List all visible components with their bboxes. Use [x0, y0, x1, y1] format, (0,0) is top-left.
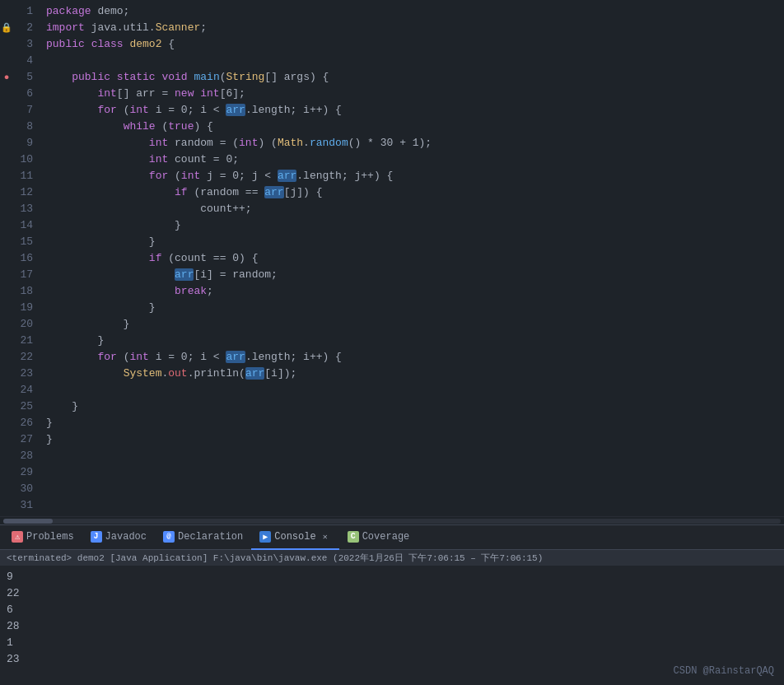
line-number: 9: [13, 135, 43, 151]
line-number: 14: [13, 217, 43, 234]
code-token: int: [149, 137, 168, 149]
code-token: [110, 71, 117, 83]
editor-area: 1package demo;🔒2import java.util.Scanner…: [0, 0, 784, 524]
code-token: [] args) {: [264, 71, 329, 83]
line-number: 30: [13, 481, 43, 497]
line-number: 22: [13, 349, 43, 366]
code-line: 11 for (int j = 0; j < arr.length; j++) …: [0, 168, 784, 184]
line-content: count++;: [43, 201, 784, 217]
line-number: 28: [13, 448, 43, 464]
code-token: .println(: [188, 367, 245, 380]
code-token: new: [175, 87, 194, 100]
code-token: {: [161, 38, 175, 50]
line-icon: 🔒: [0, 20, 13, 36]
tab-javadoc[interactable]: JJavadoc: [82, 525, 155, 550]
code-token: ) {: [194, 120, 212, 133]
line-number: 2: [13, 20, 43, 36]
code-token: int: [181, 170, 200, 182]
line-content: public static void main(String[] args) {: [43, 69, 784, 86]
declaration-tab-icon: @: [163, 531, 175, 543]
watermark: CSDN @RainstarQAQ: [674, 665, 774, 677]
code-container: 1package demo;🔒2import java.util.Scanner…: [0, 0, 784, 516]
code-token: [46, 186, 175, 198]
code-token: }: [46, 235, 156, 248]
line-number: 16: [13, 250, 43, 267]
line-number: 20: [13, 316, 43, 333]
line-number: 1: [13, 3, 43, 20]
line-number: 13: [13, 201, 43, 217]
code-token: random: [310, 137, 348, 149]
code-line: 1package demo;: [0, 3, 784, 20]
code-token: }: [46, 301, 156, 314]
code-line: 22 for (int i = 0; i < arr.length; i++) …: [0, 349, 784, 366]
line-number: 31: [13, 497, 43, 514]
line-content: }: [43, 234, 784, 250]
line-number: 21: [13, 333, 43, 349]
code-token: [j]) {: [284, 186, 323, 198]
console-tab-close[interactable]: ✕: [320, 531, 331, 543]
code-token: (: [117, 104, 130, 116]
line-number: 29: [13, 464, 43, 481]
line-number: 25: [13, 398, 43, 415]
line-content: }: [43, 333, 784, 349]
line-number: 18: [13, 283, 43, 300]
horizontal-scrollbar[interactable]: [0, 516, 784, 524]
tab-problems[interactable]: ⚠Problems: [3, 525, 82, 550]
code-token: .: [303, 137, 310, 149]
code-line: 18 break;: [0, 283, 784, 300]
console-line: 9: [7, 569, 777, 585]
code-line: 12 if (random == arr[j]) {: [0, 184, 784, 201]
console-line: 28: [7, 618, 777, 635]
code-token: arr: [175, 268, 194, 281]
code-token: [46, 285, 175, 297]
problems-tab-icon: ⚠: [12, 531, 23, 543]
tab-coverage[interactable]: CCoverage: [339, 525, 418, 550]
line-number: 3: [13, 36, 43, 53]
line-content: if (count == 0) {: [43, 250, 784, 267]
line-number: 7: [13, 102, 43, 119]
line-icon: ●: [0, 69, 13, 86]
code-token: [46, 367, 124, 380]
code-token: random = (: [168, 137, 239, 149]
code-line: 9 int random = (int) (Math.random() * 30…: [0, 135, 784, 151]
code-line: 7 for (int i = 0; i < arr.length; i++) {: [0, 102, 784, 119]
line-content: System.out.println(arr[i]);: [43, 366, 784, 382]
console-line: 23: [7, 651, 777, 668]
code-token: (count == 0) {: [161, 252, 258, 264]
code-token: Scanner: [156, 21, 201, 34]
code-token: demo2: [129, 38, 161, 50]
code-token: .length; j++) {: [296, 170, 393, 182]
code-token: (: [117, 351, 130, 363]
line-content: }: [43, 415, 784, 431]
tab-console[interactable]: ▶Console✕: [251, 525, 338, 550]
code-token: Math: [278, 137, 303, 149]
console-output: 922628123: [0, 566, 784, 685]
code-line: 25 }: [0, 398, 784, 415]
line-number: 27: [13, 431, 43, 448]
coverage-tab-icon: C: [348, 531, 359, 543]
tab-declaration[interactable]: @Declaration: [155, 525, 251, 550]
line-content: package demo;: [43, 3, 784, 20]
code-token: (: [156, 120, 169, 133]
code-token: int: [129, 104, 148, 116]
code-token: count++;: [200, 203, 251, 215]
line-content: int random = (int) (Math.random() * 30 +…: [43, 135, 784, 151]
code-token: [i]);: [264, 367, 296, 380]
code-token: int: [200, 87, 219, 100]
code-token: (: [168, 170, 181, 182]
problems-tab-label: Problems: [26, 531, 74, 543]
code-token: int: [129, 351, 148, 363]
code-token: if: [175, 186, 188, 198]
code-token: }: [46, 417, 53, 429]
code-token: [46, 351, 97, 363]
code-token: main: [194, 71, 220, 83]
code-line: 3public class demo2 {: [0, 36, 784, 53]
code-token: ;: [200, 21, 207, 34]
code-token: package: [46, 5, 91, 17]
code-token: demo;: [91, 5, 130, 17]
code-token: }: [46, 219, 181, 231]
code-token: [46, 137, 149, 149]
code-token: class: [91, 38, 124, 50]
code-token: [] arr =: [117, 87, 175, 100]
line-content: public class demo2 {: [43, 36, 784, 53]
